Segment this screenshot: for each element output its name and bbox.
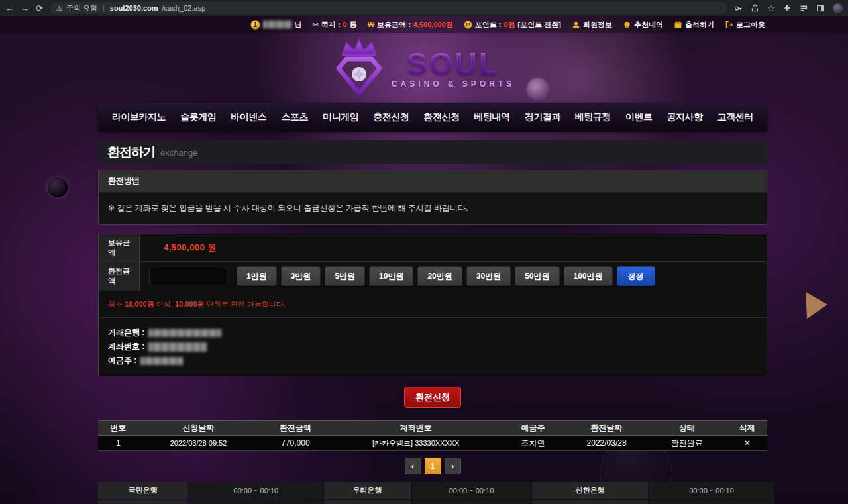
back-icon[interactable]: ← <box>5 4 14 13</box>
attendance-link[interactable]: 출석하기 <box>674 20 714 30</box>
bank-name: 우리은행 <box>324 482 410 499</box>
user-identity: 1 님 <box>250 20 302 30</box>
bank-time: 00:00 ~ 00:10 <box>649 482 774 499</box>
cell-exchange-date: 2022/03/28 <box>566 436 647 451</box>
cell-no: 1 <box>98 436 138 451</box>
profile-avatar[interactable] <box>833 3 843 13</box>
amount-row-label: 환전금액 <box>99 262 140 291</box>
bank-name: 기업은행 <box>532 500 648 504</box>
bank-time: 00:00 ~ 00:30 <box>649 500 774 504</box>
logo-subtitle: CASINO & SPORTS <box>392 80 515 88</box>
share-icon[interactable] <box>751 4 759 13</box>
bank-time: 00:00 ~ 00:10 <box>189 482 323 499</box>
nav-game-results[interactable]: 경기결과 <box>525 111 560 123</box>
amount-chip-50k[interactable]: 5만원 <box>325 266 365 286</box>
bank-name: 농협 <box>98 500 187 504</box>
account-holder-redacted <box>140 357 183 365</box>
bank-name-redacted <box>148 329 221 337</box>
username-redacted <box>263 21 292 28</box>
member-info-link[interactable]: 회원정보 <box>572 20 612 30</box>
browser-toolbar: ← → ⟳ ⚠ 주의 요함 | soul2030.com/cash_02.asp… <box>0 0 848 16</box>
url-domain: soul2030.com <box>110 4 158 12</box>
person-icon <box>572 21 580 29</box>
balance-display: ₩ 보유금액 : 4,500,000원 <box>368 20 453 30</box>
amount-row: 환전금액 1만원 3만원 5만원 10만원 20만원 30만원 50만원 100… <box>99 262 767 291</box>
amount-chip-1m[interactable]: 100만원 <box>564 266 613 286</box>
nav-withdraw[interactable]: 환전신청 <box>423 111 459 123</box>
security-label[interactable]: 주의 요함 <box>66 3 97 13</box>
amount-chip-300k[interactable]: 30만원 <box>466 266 511 286</box>
messages-link[interactable]: ✉ 쪽지 : 0 통 <box>313 20 357 30</box>
nav-sports[interactable]: 스포츠 <box>281 111 308 123</box>
nav-customer-center[interactable]: 고객센터 <box>717 111 753 123</box>
account-info: 거래은행 : 계좌번호 : 예금주 : <box>99 318 767 376</box>
nav-slot-games[interactable]: 슬롯게임 <box>180 111 216 123</box>
exchange-method-panel: 환전방법 ※ 같은 계좌로 잦은 입금을 받을 시 수사 대상이 되오니 출금신… <box>98 170 767 225</box>
next-page-icon[interactable]: › <box>445 458 461 474</box>
list-icon[interactable] <box>800 4 808 13</box>
history-row: 1 2022/03/28 09:52 770,000 [카카오뱅크] 33330… <box>98 436 767 451</box>
col-account: 계좌번호 <box>332 421 500 436</box>
page-title-bar: 환전하기 exchange <box>98 140 767 164</box>
page-1-button[interactable]: 1 <box>425 458 441 474</box>
nav-betting-history[interactable]: 베팅내역 <box>474 111 510 123</box>
clear-button[interactable]: 정정 <box>617 266 655 286</box>
amount-chip-30k[interactable]: 3만원 <box>281 266 321 286</box>
nav-deposit[interactable]: 충전신청 <box>373 111 409 123</box>
cell-status: 환전완료 <box>647 436 727 451</box>
nav-mini-games[interactable]: 미니게임 <box>323 111 358 123</box>
balance-amount: 4,500,000 원 <box>164 242 217 254</box>
nav-live-casino[interactable]: 라이브카지노 <box>112 111 166 123</box>
nav-binance[interactable]: 바이넨스 <box>231 111 266 123</box>
mail-icon: ✉ <box>313 21 319 29</box>
point-icon: P <box>464 21 472 29</box>
points-label: 포인트 : <box>475 20 502 30</box>
amount-chip-200k[interactable]: 20만원 <box>417 266 462 286</box>
referral-link[interactable]: 추천내역 <box>623 20 663 30</box>
bank-name: 국민은행 <box>98 482 187 499</box>
method-notice: ※ 같은 계좌로 잦은 입금을 받을 시 수사 대상이 되오니 출금신청은 가급… <box>99 193 767 224</box>
name-suffix: 님 <box>295 20 302 30</box>
nav-events[interactable]: 이벤트 <box>625 111 653 123</box>
site-logo[interactable]: SOUL CASINO & SPORTS <box>333 38 515 99</box>
reload-icon[interactable]: ⟳ <box>36 4 43 13</box>
min-amount-notice: 최소 10,000원 이상, 10,000원 단위로 환전 가능합니다. <box>99 291 767 318</box>
nav-betting-rules[interactable]: 베팅규정 <box>575 111 611 123</box>
col-delete: 삭제 <box>727 421 767 436</box>
forward-icon[interactable]: → <box>21 4 29 13</box>
user-info-bar: 1 님 ✉ 쪽지 : 0 통 ₩ 보유금액 : 4,500,000원 P 포인트… <box>0 16 848 33</box>
withdraw-submit-button[interactable]: 환전신청 <box>404 387 461 408</box>
address-bar[interactable]: ⚠ 주의 요함 | soul2030.com/cash_02.asp <box>50 2 727 14</box>
cell-amount: 770,000 <box>258 436 332 451</box>
col-amount: 환전금액 <box>258 421 332 436</box>
amount-input[interactable] <box>149 268 227 285</box>
cell-account: [카카오뱅크] 33330XXXXX <box>332 436 500 451</box>
amount-chip-500k[interactable]: 50만원 <box>515 266 559 286</box>
level-badge: 1 <box>250 20 260 30</box>
balance-row: 보유금액 4,500,000 원 <box>99 234 767 262</box>
amount-chip-10k[interactable]: 1만원 <box>237 266 277 286</box>
history-header-row: 번호 신청날짜 환전금액 계좌번호 예금주 환전날짜 상태 삭제 <box>98 421 767 436</box>
points-display: P 포인트 : 0원 [포인트 전환] <box>464 20 561 30</box>
prev-page-icon[interactable]: ‹ <box>405 458 421 474</box>
warning-icon: ⚠ <box>56 5 62 12</box>
star-icon[interactable]: ☆ <box>767 4 775 13</box>
method-header: 환전방법 <box>99 170 767 193</box>
won-icon: ₩ <box>368 21 374 28</box>
nav-notices[interactable]: 공지사항 <box>667 111 703 123</box>
sidebar-icon[interactable] <box>816 4 825 13</box>
logout-link[interactable]: 로그아웃 <box>725 20 765 30</box>
key-icon[interactable] <box>734 4 743 13</box>
extensions-icon[interactable] <box>783 4 792 13</box>
url-path: /cash_02.asp <box>162 4 205 12</box>
calendar-icon <box>674 21 682 29</box>
delete-icon[interactable]: ✕ <box>744 438 751 448</box>
logout-icon <box>725 21 733 29</box>
cell-request-date: 2022/03/28 09:52 <box>138 436 259 451</box>
point-convert-link[interactable]: [포인트 전환] <box>518 20 561 30</box>
bank-time: 00:00 ~ 00:10 <box>412 500 531 504</box>
decor-triangle <box>794 292 827 324</box>
col-request-date: 신청날짜 <box>138 421 259 436</box>
points-value: 0원 <box>504 20 515 30</box>
amount-chip-100k[interactable]: 10만원 <box>369 266 413 286</box>
